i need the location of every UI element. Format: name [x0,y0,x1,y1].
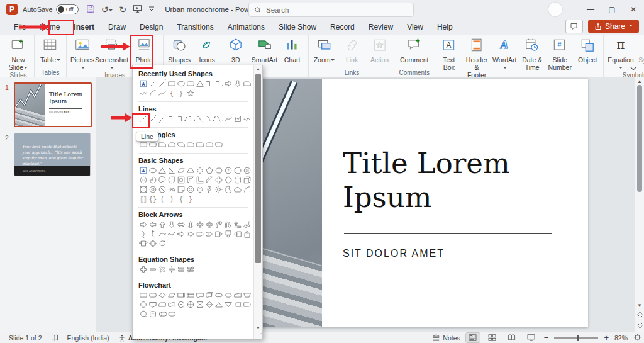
symbol-button[interactable]: ΩSymbol [636,36,644,64]
shape-up-callout-icon[interactable] [242,229,252,239]
shape-uturn-arrow-icon[interactable] [223,220,233,229]
shape-lightning-icon[interactable] [204,184,214,194]
shape-snip-round-rect-icon[interactable] [242,79,252,88]
minimize-button[interactable]: — [580,0,601,19]
zoom-out-icon[interactable]: − [544,333,549,342]
shape-manual-operation-icon[interactable] [242,290,252,300]
slide-thumbnail-2[interactable]: Your best quote that reflects your appro… [14,133,91,176]
shape-predefined-process-icon[interactable] [176,290,186,300]
undo-icon[interactable]: ↺ [101,5,113,14]
shape-double-bracket-icon[interactable]: ⟦⟧ [138,194,148,203]
shape-curve-icon[interactable] [223,114,233,123]
shape-line-icon[interactable] [138,114,148,123]
normal-view-button[interactable] [466,333,480,342]
shape-arrow-down-icon[interactable] [233,79,242,88]
shape-pie-icon[interactable] [148,175,157,184]
shape-hexagon-icon[interactable] [214,166,223,175]
shape-scribble-icon[interactable] [138,88,148,98]
notes-button[interactable]: Notes [432,334,460,342]
object-button[interactable]: Object [574,36,601,64]
shape-down-callout-icon[interactable] [223,229,233,239]
dropdown-scroll-up-icon[interactable]: ▲ [254,67,262,71]
shape-lr-callout-icon[interactable] [138,239,148,248]
shape-brace-r-icon[interactable]: } [186,194,195,203]
shape-folded-corner-icon[interactable] [176,184,186,194]
shape-connector-icon[interactable] [138,300,148,309]
header-footer-button[interactable]: Header & Footer [463,36,491,79]
shape-curved-down-icon[interactable] [167,229,176,239]
shape-punched-tape-icon[interactable] [167,300,176,309]
shape-direct-storage-icon[interactable] [157,309,167,318]
shape-curved-icon[interactable] [195,114,204,123]
shape-text-box-icon[interactable]: A [138,79,148,88]
shape-collate-icon[interactable] [195,300,204,309]
zoom-slider-thumb[interactable] [577,335,579,341]
shape-freeform-icon[interactable] [233,114,242,123]
shape-magnetic-disk-icon[interactable] [148,309,157,318]
shape-alternate-process-icon[interactable] [148,290,157,300]
shape-right-callout-icon[interactable] [214,229,223,239]
shape-double-brace-icon[interactable]: {} [148,194,157,203]
zoom-level[interactable]: 82% [614,334,628,342]
start-presentation-icon[interactable] [133,4,142,15]
shape-left-callout-icon[interactable] [233,229,242,239]
shape-arrow-up-icon[interactable] [157,220,167,229]
shape-equal-icon[interactable] [176,264,186,274]
shape-curved-arrow-icon[interactable] [204,114,214,123]
close-button[interactable]: ✕ [623,0,644,19]
shape-teardrop-icon[interactable] [167,175,176,184]
icons-button[interactable]: Icons [193,36,221,64]
shape-triangle-icon[interactable] [195,79,204,88]
shape-diamond-icon[interactable] [195,166,204,175]
shape-multiply-icon[interactable] [157,264,167,274]
shape-elbow-icon[interactable] [204,79,214,88]
shape-cross-icon[interactable] [214,175,223,184]
shape-trapezoid-icon[interactable] [186,166,195,175]
shape-snip2diag-icon[interactable] [176,140,186,149]
shape-lru-arrow-icon[interactable] [204,220,214,229]
shape-snip2same-icon[interactable] [167,140,176,149]
tab-help[interactable]: Help [431,21,459,33]
shape-pentagon-icon[interactable] [204,166,214,175]
shape-curved-left-icon[interactable] [148,229,157,239]
shape-heart-icon[interactable] [195,184,204,194]
shape-elbow-icon[interactable] [167,114,176,123]
shape-donut-icon[interactable] [148,184,157,194]
shape-striped-right-icon[interactable] [176,229,186,239]
shape-chord-icon[interactable] [157,175,167,184]
date-time-button[interactable]: Date & Time [518,36,546,71]
shape-no-symbol-icon[interactable] [157,184,167,194]
shape-oval-icon[interactable] [148,166,157,175]
pictures-button[interactable]: Pictures [69,36,96,71]
shape-decagon-icon[interactable]: 10 [242,166,252,175]
shape-snip-round-rect-icon[interactable] [186,140,195,149]
shape-bracket-l-icon[interactable]: ( [157,194,167,203]
screenshot-button[interactable]: Screenshot [96,36,127,71]
shape-sun-icon[interactable] [214,184,223,194]
shape-extract-icon[interactable] [214,300,223,309]
text-box-button[interactable]: AText Box [435,36,463,71]
shape-manual-input-icon[interactable] [233,290,242,300]
shape-block-arc-icon[interactable] [167,184,176,194]
shape-arrow-left-icon[interactable] [148,220,157,229]
shape-merge-icon[interactable] [223,300,233,309]
chart-button[interactable]: Chart [279,36,306,64]
shape-plus-icon[interactable] [138,264,148,274]
shape-bent-up-arrow-icon[interactable] [242,220,252,229]
shape-quad-callout-icon[interactable] [148,239,157,248]
shape-brace-r-icon[interactable]: } [176,88,186,98]
tab-home[interactable]: Home [33,21,66,33]
shape-snip1-icon[interactable] [157,140,167,149]
shape-delay-icon[interactable] [242,300,252,309]
shape-elbow-arrow-icon[interactable] [176,114,186,123]
tab-insert[interactable]: Insert [67,21,101,33]
shape-card-icon[interactable] [157,300,167,309]
shape-division-icon[interactable] [167,264,176,274]
shape-internal-storage-icon[interactable] [186,290,195,300]
shape-round2diag-icon[interactable] [214,140,223,149]
new-slide-button[interactable]: New Slide [4,36,32,71]
shape-plaque-icon[interactable] [223,175,233,184]
tab-slide-show[interactable]: Slide Show [272,21,323,33]
slide-subtitle[interactable]: SIT DOLOR AMET [343,248,569,259]
shape-rectangle-icon[interactable] [167,79,176,88]
